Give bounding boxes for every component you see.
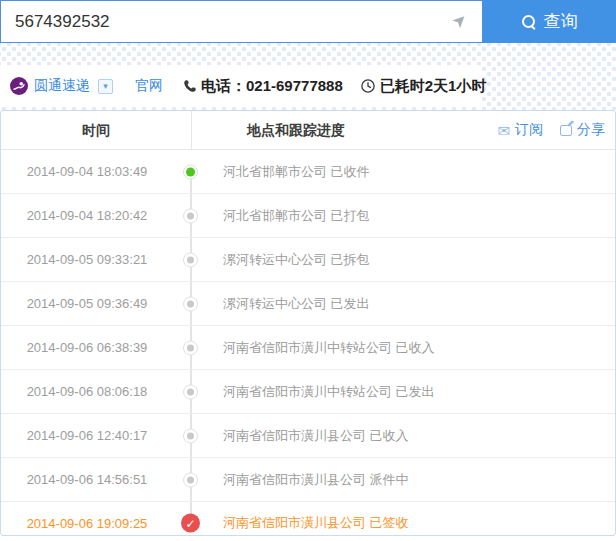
row-location-status: 河北省邯郸市公司 已打包 (223, 194, 370, 237)
status-dot-icon (183, 252, 198, 267)
status-dot-icon (183, 428, 198, 443)
table-row[interactable]: 2014-09-05 09:36:49 漯河转运中心公司 已发出 (1, 282, 615, 326)
tracking-page: ➤ 查询 圆通速递 ▾ 官网 电话：021-69777888 已耗时2天1小时 (0, 0, 616, 541)
query-button-label: 查询 (544, 10, 578, 33)
elapsed-time: 已耗时2天1小时 (380, 77, 487, 96)
phone-icon (183, 79, 197, 93)
table-row[interactable]: 2014-09-06 06:38:39 河南省信阳市潢川中转站公司 已收入 (1, 326, 615, 370)
status-dot-icon (183, 296, 198, 311)
row-location-status: 河南省信阳市潢川中转站公司 已收入 (223, 326, 435, 369)
envelope-icon: ✉ (497, 123, 510, 138)
row-time: 2014-09-06 14:56:51 (1, 458, 173, 501)
clock-icon (361, 79, 375, 93)
row-location-status: 河南省信阳市潢川县公司 派件中 (223, 458, 409, 501)
column-header-progress: 地点和跟踪进度 (191, 111, 401, 149)
row-time: 2014-09-06 12:40:17 (1, 414, 173, 457)
search-bar: ➤ 查询 (0, 0, 616, 43)
share-button[interactable]: 分享 (560, 121, 605, 139)
row-time: 2014-09-06 06:38:39 (1, 326, 173, 369)
table-row[interactable]: 2014-09-04 18:20:42 河北省邯郸市公司 已打包 (1, 194, 615, 238)
status-dot-icon (183, 384, 198, 399)
row-time: 2014-09-06 19:09:25 (1, 502, 173, 541)
courier-info-row: 圆通速递 ▾ 官网 电话：021-69777888 已耗时2天1小时 (0, 66, 486, 106)
status-dot-icon (183, 164, 198, 179)
table-row[interactable]: 2014-09-04 18:03:49 河北省邯郸市公司 已收件 (1, 150, 615, 194)
row-location-status: 漯河转运中心公司 已发出 (223, 282, 370, 325)
row-time: 2014-09-04 18:03:49 (1, 150, 173, 193)
phone-number: 电话：021-69777888 (201, 77, 343, 96)
row-location-status: 河南省信阳市潢川县公司 已签收 (223, 502, 409, 541)
official-site-link[interactable]: 官网 (135, 77, 163, 95)
row-time: 2014-09-06 08:06:18 (1, 370, 173, 413)
table-row[interactable]: 2014-09-06 12:40:17 河南省信阳市潢川县公司 已收入 (1, 414, 615, 458)
status-dot-icon (183, 340, 198, 355)
signed-check-icon: ✓ (181, 514, 200, 533)
header-actions: ✉ 订阅 分享 (497, 111, 605, 149)
search-icon (522, 15, 535, 28)
share-label: 分享 (577, 121, 605, 139)
column-header-time: 时间 (1, 111, 191, 149)
share-icon (560, 125, 572, 136)
table-body: 2014-09-04 18:03:49 河北省邯郸市公司 已收件 2014-09… (1, 150, 615, 541)
subscribe-button[interactable]: ✉ 订阅 (497, 121, 543, 139)
row-location-status: 漯河转运中心公司 已拆包 (223, 238, 370, 281)
table-header: 时间 地点和跟踪进度 ✉ 订阅 分享 (1, 111, 615, 150)
query-button[interactable]: 查询 (483, 0, 616, 43)
subscribe-label: 订阅 (515, 121, 543, 139)
row-time: 2014-09-05 09:36:49 (1, 282, 173, 325)
row-location-status: 河北省邯郸市公司 已收件 (223, 150, 370, 193)
courier-dropdown-button[interactable]: ▾ (98, 79, 113, 94)
table-row[interactable]: 2014-09-05 09:33:21 漯河转运中心公司 已拆包 (1, 238, 615, 282)
courier-name-link[interactable]: 圆通速递 (34, 77, 90, 95)
table-row[interactable]: 2014-09-06 19:09:25 ✓ 河南省信阳市潢川县公司 已签收 (1, 502, 615, 541)
row-time: 2014-09-04 18:20:42 (1, 194, 173, 237)
status-dot-icon (183, 472, 198, 487)
row-location-status: 河南省信阳市潢川中转站公司 已发出 (223, 370, 435, 413)
row-time: 2014-09-05 09:33:21 (1, 238, 173, 281)
table-row[interactable]: 2014-09-06 08:06:18 河南省信阳市潢川中转站公司 已发出 (1, 370, 615, 414)
tracking-number-input[interactable] (0, 0, 483, 43)
tracking-table: 时间 地点和跟踪进度 ✉ 订阅 分享 2014-09-04 18:03:49 (0, 110, 616, 536)
courier-logo-icon (10, 77, 28, 95)
row-location-status: 河南省信阳市潢川县公司 已收入 (223, 414, 409, 457)
table-row[interactable]: 2014-09-06 14:56:51 河南省信阳市潢川县公司 派件中 (1, 458, 615, 502)
status-dot-icon (183, 208, 198, 223)
